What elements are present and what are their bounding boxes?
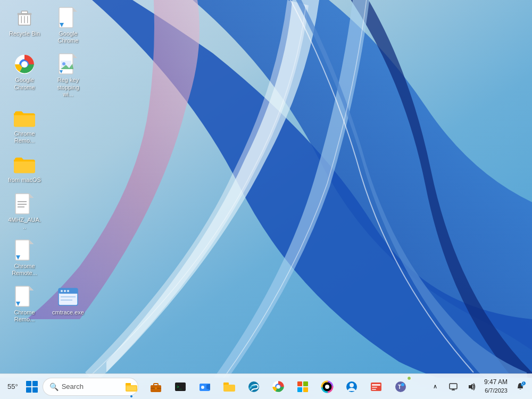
chrome-remote-3-icon[interactable]: Chrome Remo... <box>5 284 44 325</box>
google-chrome-file-icon[interactable]: Google Chrome <box>49 5 87 46</box>
show-hidden-tray[interactable]: ∧ <box>428 379 443 394</box>
weather-widget[interactable]: 55° <box>4 380 21 393</box>
svg-point-67 <box>325 385 329 389</box>
svg-marker-9 <box>73 7 77 12</box>
clock-date: 6/7/2023 <box>485 387 508 395</box>
svg-point-76 <box>401 383 404 386</box>
svg-marker-33 <box>29 286 34 290</box>
svg-rect-21 <box>15 194 29 214</box>
taskbar-profile[interactable] <box>340 375 363 398</box>
taskbar-chrome[interactable] <box>267 375 290 398</box>
reg-key-label: Reg key stopping wi... <box>51 77 85 98</box>
4mhz-file-icon[interactable]: 4MHZ_AUA... <box>5 192 44 232</box>
svg-point-18 <box>62 62 65 65</box>
svg-rect-64 <box>297 387 302 392</box>
desktop-icons: Recycle Bin Google Chrome <box>5 5 87 326</box>
from-macos-label: from macOS <box>8 177 41 184</box>
svg-rect-49 <box>155 387 157 389</box>
teams-status-badge <box>407 376 411 380</box>
volume-tray-icon[interactable] <box>464 379 479 394</box>
svg-marker-29 <box>29 240 34 244</box>
clock-widget[interactable]: 9:47 AM 6/7/2023 <box>482 378 510 395</box>
taskbar-teams[interactable]: T <box>389 375 412 398</box>
chrome-file-label: Google Chrome <box>51 30 85 44</box>
svg-rect-37 <box>65 288 78 294</box>
svg-rect-65 <box>303 387 308 392</box>
svg-rect-47 <box>154 384 158 386</box>
cmtrace-label: cmtrace.exe <box>52 309 84 316</box>
svg-marker-80 <box>469 384 472 390</box>
chrome-remote-folder-icon[interactable]: Chrome Remo... <box>5 105 44 146</box>
google-chrome-app-icon[interactable]: Google Chrome <box>5 52 44 100</box>
taskbar-news[interactable] <box>364 375 388 398</box>
search-icon: 🔍 <box>49 383 59 391</box>
chevron-up-icon: ∧ <box>433 383 437 390</box>
from-macos-folder-icon[interactable]: from macOS <box>5 152 44 186</box>
taskbar-settings-color[interactable] <box>315 375 339 398</box>
start-button[interactable] <box>21 376 43 397</box>
svg-point-61 <box>276 385 280 388</box>
taskbar-briefcase[interactable] <box>144 375 168 398</box>
taskbar-edge[interactable] <box>242 375 265 398</box>
taskbar-file-manager[interactable] <box>218 375 241 398</box>
search-placeholder: Search <box>62 383 84 390</box>
svg-marker-16 <box>73 54 77 58</box>
notification-icon[interactable]: 1 <box>513 379 528 394</box>
taskbar-zoom[interactable] <box>193 375 217 398</box>
recycle-bin-icon[interactable]: Recycle Bin <box>5 5 44 46</box>
recycle-bin-label: Recycle Bin <box>9 30 40 37</box>
taskbar: 55° 🔍 Search <box>0 373 532 399</box>
svg-point-13 <box>21 61 28 68</box>
svg-marker-23 <box>29 194 34 198</box>
weather-temp: 55° <box>7 383 18 390</box>
clock-time: 9:47 AM <box>484 378 508 387</box>
chrome-remote-3-label: Chrome Remo... <box>7 309 41 323</box>
svg-rect-72 <box>372 387 377 388</box>
taskbar-store[interactable] <box>291 375 314 398</box>
svg-text:>_: >_ <box>177 385 182 389</box>
reg-key-icon[interactable]: Reg key stopping wi... <box>49 52 87 100</box>
svg-rect-3 <box>21 11 27 14</box>
svg-point-40 <box>67 290 69 292</box>
svg-rect-73 <box>372 389 376 390</box>
svg-point-55 <box>201 386 204 389</box>
display-tray-icon[interactable] <box>446 379 461 394</box>
chrome-remote-2-icon[interactable]: Chrome Remote... <box>5 238 44 279</box>
svg-text:T: T <box>398 384 401 390</box>
taskbar-terminal[interactable]: >_ <box>169 375 192 398</box>
taskbar-center-icons: >_ <box>120 375 412 398</box>
svg-rect-45 <box>127 386 136 390</box>
4mhz-label: 4MHZ_AUA... <box>7 217 41 230</box>
chrome-remote-folder-label: Chrome Remo... <box>7 130 41 144</box>
active-indicator <box>130 395 132 397</box>
svg-point-39 <box>64 290 66 292</box>
notification-count-badge: 1 <box>521 381 526 386</box>
chrome-remote-2-label: Chrome Remote... <box>7 263 41 277</box>
cmtrace-exe-icon[interactable]: cmtrace.exe <box>49 284 87 325</box>
svg-point-69 <box>350 383 354 387</box>
svg-rect-71 <box>372 384 380 386</box>
windows-logo-icon <box>26 381 38 393</box>
svg-point-38 <box>61 290 63 292</box>
svg-rect-62 <box>297 381 302 386</box>
svg-rect-57 <box>223 385 235 392</box>
google-chrome-label: Google Chrome <box>7 77 41 90</box>
desktop: Recycle Bin Google Chrome <box>0 0 532 399</box>
taskbar-file-explorer[interactable] <box>120 375 143 398</box>
svg-rect-77 <box>450 384 457 389</box>
svg-rect-63 <box>303 381 308 386</box>
taskbar-right: ∧ 9:47 AM 6/7/2023 <box>428 378 528 395</box>
